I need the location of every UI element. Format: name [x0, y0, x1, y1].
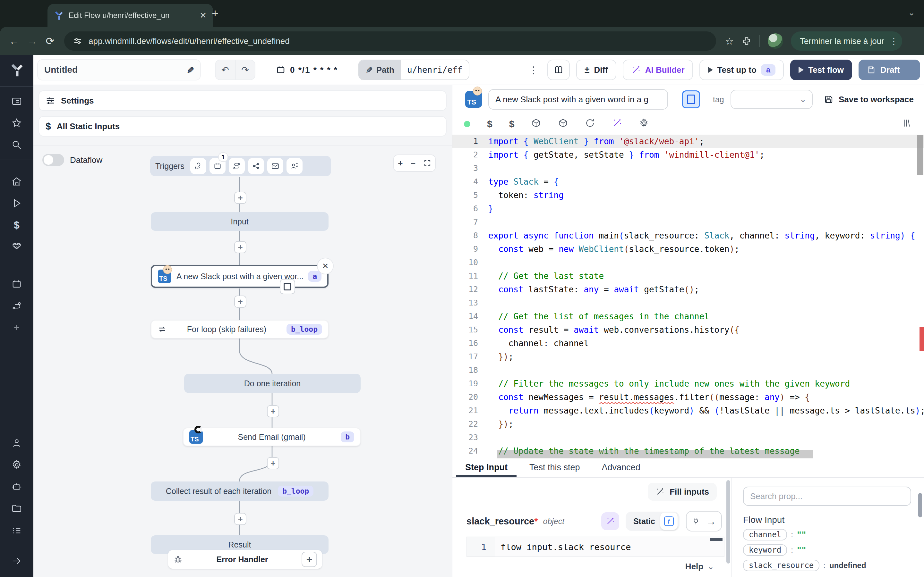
- code-line[interactable]: 11 // Get the last state: [452, 269, 924, 283]
- ai-assistant-icon[interactable]: [612, 118, 622, 131]
- email-trigger-icon[interactable]: [267, 158, 283, 174]
- reload-assistant-button[interactable]: [585, 118, 595, 131]
- resources-button[interactable]: $: [509, 119, 515, 129]
- reload-button[interactable]: ⟳: [41, 35, 59, 47]
- horizontal-scrollbar[interactable]: [497, 450, 813, 458]
- prop-row[interactable]: slack_resource:undefined: [743, 560, 913, 571]
- code-line[interactable]: 7: [452, 215, 924, 229]
- prop-row[interactable]: channel:"": [743, 529, 913, 540]
- javascript-expr-toggle[interactable]: ƒ: [660, 513, 678, 530]
- sidebar-item-folders[interactable]: [0, 498, 33, 519]
- add-error-handler-button[interactable]: +: [302, 552, 317, 567]
- dataflow-toggle[interactable]: [42, 154, 64, 166]
- static-toggle[interactable]: Static ƒ: [626, 512, 680, 531]
- delete-step-button[interactable]: ✕: [317, 258, 334, 274]
- new-tab-button[interactable]: +: [212, 8, 218, 19]
- stop-after-step-button[interactable]: [280, 279, 295, 294]
- tab-step-input[interactable]: Step Input: [465, 463, 507, 477]
- code-line[interactable]: 15 const result = await web.conversation…: [452, 323, 924, 337]
- schedule-display[interactable]: 0 */1 * * * *: [276, 65, 338, 75]
- props-scrollbar[interactable]: [918, 493, 922, 517]
- add-step-button[interactable]: +: [234, 241, 246, 253]
- tab-search-icon[interactable]: ⌄: [908, 8, 915, 18]
- code-line[interactable]: 10: [452, 256, 924, 269]
- flow-settings-button[interactable]: Settings: [39, 90, 447, 111]
- script-kind-button[interactable]: [682, 90, 700, 108]
- flow-node-input[interactable]: Input: [151, 212, 328, 231]
- forward-button[interactable]: →: [23, 35, 41, 47]
- sidebar-item-schedules[interactable]: [0, 273, 33, 295]
- flow-node-slack-step[interactable]: TS A new Slack post with a given wor... …: [151, 265, 328, 288]
- save-to-workspace-button[interactable]: Save to workspace: [824, 95, 914, 105]
- flow-name-field[interactable]: Untitled ✎: [37, 59, 201, 81]
- tab-close-icon[interactable]: ✕: [200, 11, 207, 21]
- path-group[interactable]: ✎ Path u/henri/eff: [359, 60, 469, 80]
- zoom-in-button[interactable]: +: [398, 158, 403, 168]
- schedule-trigger-icon[interactable]: 1: [210, 158, 226, 174]
- search-prop-input[interactable]: [743, 487, 911, 506]
- code-line[interactable]: 18: [452, 364, 924, 377]
- add-step-button[interactable]: +: [234, 513, 246, 525]
- sidebar-item-account[interactable]: [0, 432, 33, 454]
- package-button[interactable]: [558, 118, 568, 131]
- tab-advanced[interactable]: Advanced: [602, 463, 640, 477]
- sidebar-item-variables[interactable]: $: [0, 214, 33, 236]
- sidebar-item-add[interactable]: +: [0, 317, 33, 338]
- http-route-trigger-icon[interactable]: [229, 158, 245, 174]
- prop-row[interactable]: keyword:"": [743, 544, 913, 556]
- sidebar-item-routes[interactable]: [0, 295, 33, 317]
- code-line[interactable]: 20 const newMessages = result.messages.f…: [452, 390, 924, 404]
- edit-name-icon[interactable]: ✎: [185, 66, 195, 73]
- code-line[interactable]: 21 return message.text.includes(keyword)…: [452, 404, 924, 417]
- websocket-trigger-icon[interactable]: [248, 158, 264, 174]
- fit-view-button[interactable]: [423, 159, 431, 167]
- triggers-bar[interactable]: Triggers 1: [150, 156, 331, 176]
- redo-button[interactable]: ↷: [235, 60, 255, 79]
- add-step-button[interactable]: +: [267, 457, 279, 469]
- code-line[interactable]: 17 });: [452, 350, 924, 364]
- back-button[interactable]: ←: [5, 35, 23, 47]
- code-line[interactable]: 2import { getState, setState } from 'win…: [452, 148, 924, 161]
- sidebar-item-audit-logs[interactable]: [0, 519, 33, 541]
- sidebar-item-runs-play[interactable]: [0, 192, 33, 214]
- code-line[interactable]: 13: [452, 296, 924, 309]
- poll-trigger-icon[interactable]: [286, 158, 302, 174]
- variables-button[interactable]: $: [487, 119, 493, 129]
- ai-fill-button[interactable]: [601, 512, 619, 530]
- url-bar[interactable]: app.windmill.dev/flows/edit/u/henri/effe…: [64, 31, 716, 51]
- sidebar-item-resources[interactable]: [0, 236, 33, 258]
- code-line[interactable]: 12 const lastState: any = await getState…: [452, 283, 924, 296]
- all-static-inputs-button[interactable]: $ All Static Inputs: [39, 116, 447, 137]
- step-pane-scrollbar[interactable]: [726, 480, 730, 564]
- code-line[interactable]: 23: [452, 431, 924, 444]
- extensions-icon[interactable]: [741, 36, 752, 46]
- profile-avatar[interactable]: [768, 33, 783, 49]
- draft-button[interactable]: Draft: [859, 60, 920, 80]
- code-line[interactable]: 19 // Filter the messages to only includ…: [452, 377, 924, 390]
- vertical-scrollbar[interactable]: [917, 135, 923, 175]
- ai-builder-button[interactable]: AI Builder: [623, 60, 693, 80]
- add-step-button[interactable]: +: [234, 192, 246, 204]
- sidebar-item-workers[interactable]: [0, 476, 33, 498]
- bookmark-star-icon[interactable]: ☆: [725, 35, 734, 47]
- undo-button[interactable]: ↶: [216, 60, 235, 79]
- editor-settings-icon[interactable]: [639, 118, 649, 131]
- add-step-button[interactable]: +: [234, 295, 246, 308]
- step-summary-input[interactable]: [488, 89, 668, 110]
- test-flow-button[interactable]: Test flow: [790, 60, 852, 80]
- sidebar-item-runs[interactable]: [0, 90, 33, 112]
- zoom-out-button[interactable]: −: [411, 158, 415, 168]
- code-line[interactable]: 9 const web = new WebClient(slack_resour…: [452, 242, 924, 256]
- code-line[interactable]: 14 // Get the list of messages in the ch…: [452, 309, 924, 323]
- code-editor[interactable]: 1import { WebClient } from '@slack/web-a…: [452, 135, 924, 459]
- diff-button[interactable]: ± Diff: [576, 60, 616, 80]
- chrome-update-button[interactable]: Terminer la mise à jour ⋮: [791, 31, 902, 51]
- sidebar-item-favorites[interactable]: [0, 112, 33, 134]
- code-line[interactable]: 16 channel: channel: [452, 337, 924, 350]
- site-settings-icon[interactable]: [73, 37, 82, 45]
- path-label-segment[interactable]: ✎ Path: [359, 60, 401, 79]
- chrome-menu-icon[interactable]: ⋮: [889, 36, 898, 47]
- code-line[interactable]: 1import { WebClient } from '@slack/web-a…: [452, 135, 924, 148]
- windmill-logo[interactable]: [10, 63, 24, 79]
- code-line[interactable]: 4type Slack = {: [452, 175, 924, 189]
